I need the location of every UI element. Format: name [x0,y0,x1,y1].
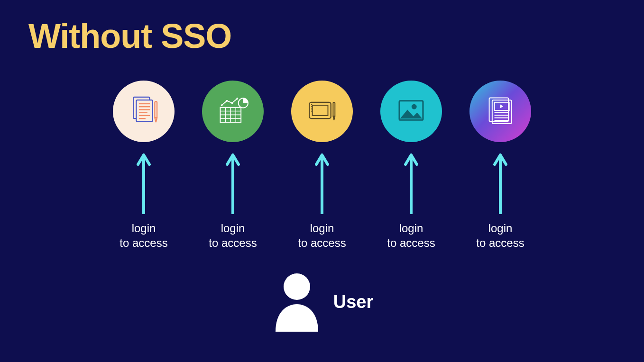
svg-rect-22 [313,105,328,116]
app-caption: login to access [120,221,167,250]
analytics-app-circle [202,81,264,142]
media-icon [482,92,519,131]
app-caption: login to access [476,221,524,250]
arrow-icon [404,153,418,214]
svg-point-25 [311,109,312,109]
tablet-app-circle [291,81,353,142]
svg-point-24 [311,106,312,107]
svg-rect-8 [155,101,157,118]
slide-title: Without SSO [28,17,231,55]
documents-app: login to access [113,81,175,250]
tablet-icon [304,92,340,131]
svg-point-26 [311,110,312,111]
media-app: login to access [469,81,531,250]
media-app-circle [469,81,531,142]
app-caption: login to access [209,221,257,250]
image-app-circle [380,81,442,142]
arrow-icon [226,153,240,214]
svg-point-37 [284,273,310,300]
app-caption: login to access [387,221,435,250]
svg-point-16 [221,104,223,106]
user-block: User [0,270,644,334]
analytics-icon [214,92,251,131]
tablet-app: login to access [291,81,353,250]
user-label: User [333,292,374,312]
analytics-app: login to access [202,81,264,250]
app-caption: login to access [298,221,346,250]
svg-point-23 [311,104,312,105]
svg-point-18 [231,102,233,104]
documents-app-circle [113,81,175,142]
svg-point-19 [236,98,238,100]
svg-rect-27 [333,102,335,117]
arrow-icon [315,153,329,214]
user-icon [271,270,323,334]
image-icon [393,92,430,131]
arrow-icon [137,153,151,214]
svg-point-29 [412,104,417,109]
svg-point-17 [226,100,228,102]
arrow-icon [493,153,507,214]
documents-icon [125,92,162,131]
apps-row: login to access [0,81,644,250]
image-app: login to access [380,81,442,250]
